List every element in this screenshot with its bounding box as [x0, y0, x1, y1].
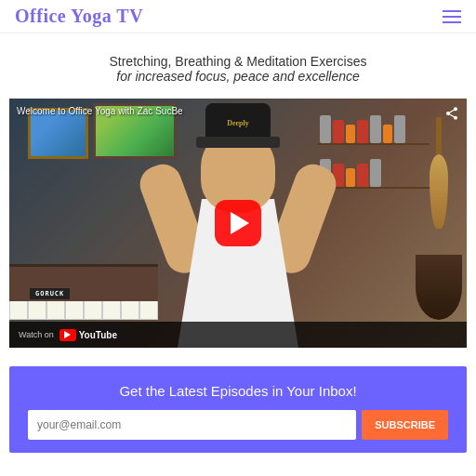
- hamburger-menu[interactable]: [443, 10, 461, 23]
- piano-key: [65, 301, 84, 320]
- violin-neck: [436, 117, 442, 154]
- play-icon: [231, 212, 249, 234]
- subscribe-button[interactable]: SUBSCRIBE: [362, 410, 448, 440]
- hat-label: Deeply: [227, 119, 249, 127]
- youtube-logo[interactable]: YouTube: [60, 329, 117, 341]
- video-thumbnail: GORUCK Deeply Welcome to Office Yoga wit…: [9, 99, 467, 348]
- email-input[interactable]: [28, 410, 356, 440]
- watch-on-text: Watch on: [19, 330, 54, 339]
- shelf-item: [346, 125, 355, 143]
- shelf-row-1: [318, 103, 430, 145]
- hero-section: Stretching, Breathing & Meditation Exerc…: [0, 33, 476, 99]
- piano-key: [102, 301, 121, 320]
- hamburger-line-3: [443, 21, 461, 23]
- shelf-item: [370, 159, 381, 187]
- youtube-icon: [60, 329, 76, 341]
- piano-keys: [9, 301, 158, 320]
- hamburger-line-1: [443, 10, 461, 12]
- piano-key: [9, 301, 28, 320]
- drum-body: [416, 255, 462, 320]
- shelf-item: [357, 164, 368, 187]
- shelf-item: [383, 125, 392, 143]
- youtube-bar: Watch on YouTube: [9, 322, 467, 348]
- video-label: Welcome to Office Yoga with Zac SucBe: [17, 106, 183, 116]
- piano-key: [46, 301, 65, 320]
- video-container[interactable]: GORUCK Deeply Welcome to Office Yoga wit…: [9, 99, 467, 348]
- violin-decoration: [425, 117, 453, 229]
- shelf-item: [357, 120, 368, 143]
- cta-form: SUBSCRIBE: [28, 410, 448, 440]
- yt-play-icon: [64, 331, 71, 338]
- violin-body: [430, 154, 448, 229]
- shelf-item: [346, 168, 355, 187]
- hamburger-line-2: [443, 16, 461, 18]
- tagline-main: Stretching, Breathing & Meditation Exerc…: [37, 54, 439, 69]
- cta-title: Get the Latest Episodes in Your Inbox!: [28, 383, 448, 399]
- piano-key: [84, 301, 102, 320]
- site-title[interactable]: Office Yoga TV: [15, 6, 143, 27]
- piano-key: [121, 301, 139, 320]
- cta-section: Get the Latest Episodes in Your Inbox! S…: [9, 366, 467, 453]
- shelf-item: [333, 120, 344, 143]
- hat-brim: [196, 137, 280, 148]
- share-icon[interactable]: [444, 106, 459, 125]
- shelf-item: [394, 115, 405, 143]
- tagline-sub: for increased focus, peace and excellenc…: [37, 69, 439, 84]
- piano-key: [28, 301, 46, 320]
- hat: Deeply: [196, 106, 280, 148]
- shelf-area: [318, 103, 430, 233]
- goruck-label: GORUCK: [30, 288, 70, 299]
- site-header: Office Yoga TV: [0, 0, 476, 33]
- play-button[interactable]: [215, 200, 261, 246]
- shelf-item: [370, 115, 381, 143]
- youtube-brand-text: YouTube: [79, 330, 117, 340]
